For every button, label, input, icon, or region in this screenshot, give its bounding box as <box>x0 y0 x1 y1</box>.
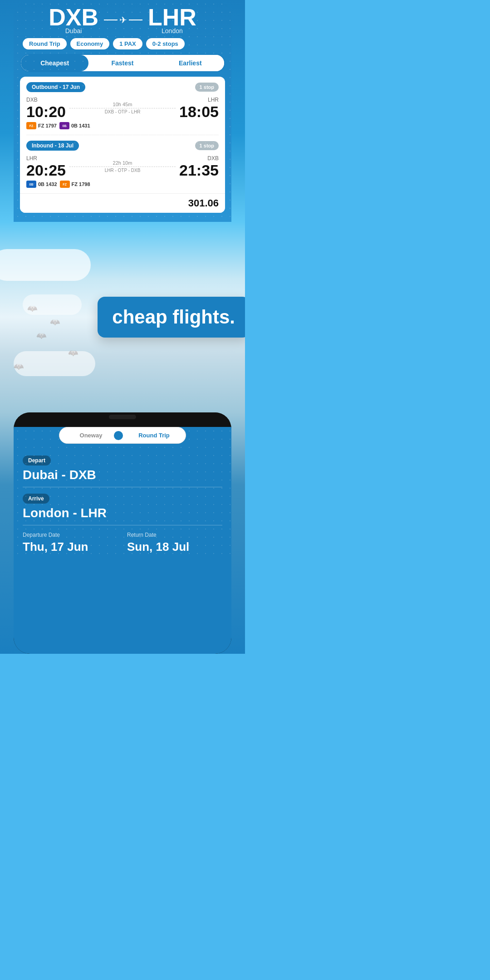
section-bottom: Oneway Round Trip Depart Dubai - DXB Arr… <box>0 412 245 654</box>
toggle-roundtrip[interactable]: Round Trip <box>122 427 186 443</box>
destination-city: London <box>148 27 196 34</box>
inbound-stops: 1 stop <box>195 141 219 150</box>
arrive-field-group: Arrive London - LHR <box>14 487 231 525</box>
inbound-segment: Inbound - 18 Jul 1 stop LHR 20:25 22h 10… <box>20 135 225 193</box>
return-date-value[interactable]: Sun, 18 Jul <box>127 540 222 554</box>
notch-pill <box>109 415 136 419</box>
outbound-origin-code: DXB <box>26 97 66 103</box>
inbound-departure-time: 20:25 <box>26 162 66 178</box>
origin-city: Dubai <box>49 27 98 34</box>
outbound-path: 10h 45m DXB - OTP - LHR <box>66 102 179 114</box>
inbound-times: LHR 20:25 22h 10m LHR - OTP - DXB DXB <box>26 155 219 178</box>
outbound-flight-2: 0B 1431 <box>71 123 90 128</box>
outbound-label: Outbound - 17 Jun <box>26 82 85 92</box>
arrow-line-left <box>104 20 118 20</box>
bat-1: 🦇 <box>27 304 37 314</box>
flight-results: Outbound - 17 Jun 1 stop DXB 10:20 10h 4… <box>20 77 225 213</box>
outbound-departure-time: 10:20 <box>26 104 66 119</box>
depart-field-group: Depart Dubai - DXB <box>14 449 231 487</box>
cloud-1 <box>0 249 91 281</box>
outbound-origin: DXB 10:20 <box>26 97 66 119</box>
flydubai-logo: FZ <box>26 122 36 129</box>
inbound-origin: LHR 20:25 <box>26 155 66 178</box>
bat-5: 🦇 <box>14 362 24 372</box>
departure-date-value[interactable]: Thu, 17 Jun <box>23 540 118 554</box>
origin-block: DXB Dubai <box>49 5 98 34</box>
middle-section: 🦇 🦇 🦇 🦇 🦇 cheap flights. <box>0 222 245 412</box>
screen-top: DXB Dubai ✈ LHR London Round Trip Econom… <box>14 0 231 222</box>
inbound-flight-1: 0B 1432 <box>38 181 57 187</box>
cloud-2 <box>14 351 95 376</box>
tab-fastest[interactable]: Fastest <box>88 55 156 71</box>
outbound-stops: 1 stop <box>195 83 219 92</box>
outbound-airline-2: 0B 0B 1431 <box>59 122 90 129</box>
sort-tabs: Cheapest Fastest Earliest <box>20 54 225 72</box>
outbound-destination: LHR 18:05 <box>179 97 219 119</box>
pax-pill[interactable]: 1 PAX <box>113 38 142 49</box>
trip-toggle[interactable]: Oneway Round Trip <box>59 427 186 444</box>
bat-2: 🦇 <box>50 317 60 327</box>
flydubai-logo-2: FZ <box>60 181 70 188</box>
arrive-label: Arrive <box>23 494 49 504</box>
inbound-destination: DXB 21:35 <box>179 155 219 178</box>
outbound-route: DXB - OTP - LHR <box>69 109 176 114</box>
inbound-path: 22h 10m LHR - OTP - DXB <box>66 160 179 173</box>
outbound-duration: 10h 45m <box>69 102 176 107</box>
tab-earliest[interactable]: Earliest <box>157 55 224 71</box>
search-form: Oneway Round Trip Depart Dubai - DXB Arr… <box>14 427 231 654</box>
inbound-route: LHR - OTP - DXB <box>69 168 176 173</box>
inbound-header: Inbound - 18 Jul 1 stop <box>26 141 219 151</box>
depart-value[interactable]: Dubai - DXB <box>23 468 222 487</box>
phone-notch <box>14 412 231 421</box>
return-date-label: Return Date <box>127 532 222 538</box>
arrive-value[interactable]: London - LHR <box>23 506 222 525</box>
inbound-line <box>69 167 176 167</box>
dash-right <box>69 167 176 167</box>
inbound-flight-2: FZ 1798 <box>72 181 90 187</box>
departure-date-block: Departure Date Thu, 17 Jun <box>23 532 118 554</box>
bat-4: 🦇 <box>68 348 78 358</box>
plane-icon: ✈ <box>119 15 127 25</box>
cabin-pill[interactable]: Economy <box>70 38 110 49</box>
stops-pill[interactable]: 0-2 stops <box>146 38 185 49</box>
destination-block: LHR London <box>148 5 196 34</box>
route-header: DXB Dubai ✈ LHR London <box>14 0 231 38</box>
inbound-airline-1: 0B 0B 1432 <box>26 181 57 188</box>
toggle-oneway[interactable]: Oneway <box>59 427 122 443</box>
blueair-logo-2: 0B <box>26 181 36 188</box>
section-top: DXB Dubai ✈ LHR London Round Trip Econom… <box>0 0 245 222</box>
inbound-label: Inbound - 18 Jul <box>26 141 79 151</box>
dash-left <box>69 108 176 108</box>
bat-3: 🦇 <box>36 331 46 341</box>
blueair-logo: 0B <box>59 122 69 129</box>
route-arrow: ✈ <box>104 15 142 25</box>
outbound-arrival-time: 18:05 <box>179 104 219 119</box>
outbound-line <box>69 108 176 108</box>
outbound-dest-code: LHR <box>179 97 219 103</box>
tagline-text: cheap flights. <box>112 307 235 328</box>
inbound-dest-code: DXB <box>179 155 219 162</box>
trip-type-pill[interactable]: Round Trip <box>23 38 67 49</box>
outbound-times: DXB 10:20 10h 45m DXB - OTP - LHR LHR <box>26 97 219 119</box>
date-row: Departure Date Thu, 17 Jun Return Date S… <box>14 532 231 554</box>
departure-date-label: Departure Date <box>23 532 118 538</box>
origin-code: DXB <box>49 5 98 29</box>
inbound-airlines: 0B 0B 1432 FZ FZ 1798 <box>26 181 219 188</box>
inbound-airline-2: FZ FZ 1798 <box>60 181 90 188</box>
price-peek: 301.06 <box>20 193 225 213</box>
tab-cheapest[interactable]: Cheapest <box>21 55 88 71</box>
outbound-header: Outbound - 17 Jun 1 stop <box>26 82 219 92</box>
return-date-block: Return Date Sun, 18 Jul <box>127 532 222 554</box>
destination-code: LHR <box>148 5 196 29</box>
tagline-card: cheap flights. <box>98 297 245 338</box>
filter-pills: Round Trip Economy 1 PAX 0-2 stops <box>14 38 231 49</box>
outbound-airlines: FZ FZ 1797 0B 0B 1431 <box>26 122 219 129</box>
inbound-arrival-time: 21:35 <box>179 162 219 178</box>
arrow-line-right <box>129 20 142 20</box>
outbound-airline-1: FZ FZ 1797 <box>26 122 57 129</box>
depart-label: Depart <box>23 456 51 466</box>
outbound-segment: Outbound - 17 Jun 1 stop DXB 10:20 10h 4… <box>20 77 225 135</box>
phone-bottom: Oneway Round Trip Depart Dubai - DXB Arr… <box>14 412 231 654</box>
inbound-origin-code: LHR <box>26 155 66 162</box>
outbound-flight-1: FZ 1797 <box>38 123 57 128</box>
